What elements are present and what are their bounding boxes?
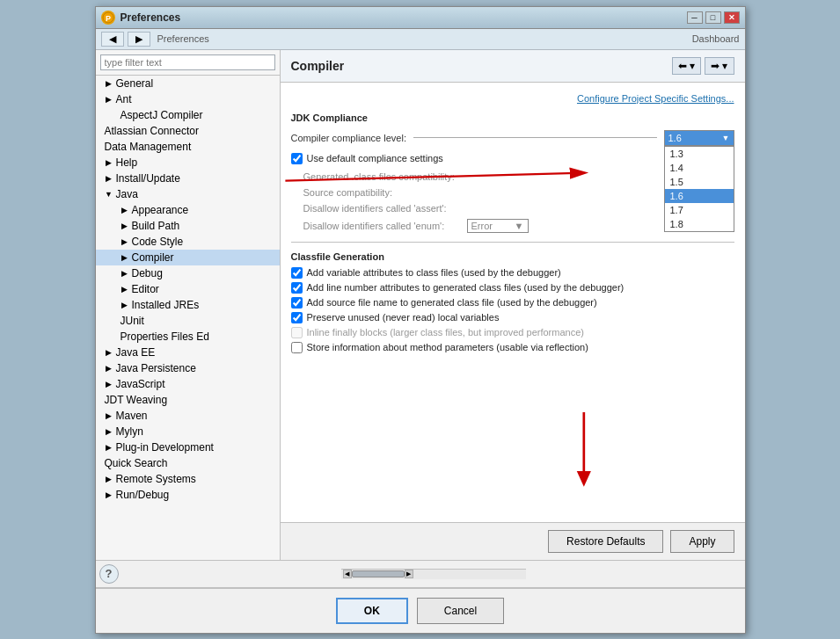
panel-body: Configure Project Specific Settings... J… (281, 83, 745, 522)
back-button[interactable]: ◀ (101, 32, 124, 47)
sidebar-item-mylyn[interactable]: ▶ Mylyn (96, 424, 280, 439)
sidebar-item-general[interactable]: ▶ General (96, 76, 280, 91)
cb-row-6: Store information about method parameter… (291, 342, 734, 353)
sidebar-item-maven[interactable]: ▶ Maven (96, 408, 280, 424)
sidebar-item-ant[interactable]: ▶ Ant (96, 91, 280, 107)
sidebar-item-aspectj[interactable]: AspectJ Compiler (96, 107, 280, 123)
scroll-thumb-h[interactable] (352, 570, 405, 577)
filter-input[interactable] (100, 54, 275, 70)
nav-back-button[interactable]: ⬅ ▾ (672, 57, 701, 75)
sidebar-item-plugin-development[interactable]: ▶ Plug-in Development (96, 439, 280, 455)
compliance-row: Compiler compliance level: 1.6 ▼ 1.3 1.4 (291, 130, 734, 146)
sidebar-item-label-aspectj: AspectJ Compiler (121, 109, 203, 121)
apply-button[interactable]: Apply (670, 530, 734, 553)
sidebar-item-label-jres: Installed JREs (132, 299, 200, 311)
sidebar-item-quick-search[interactable]: Quick Search (96, 455, 280, 471)
window-title: Preferences (121, 11, 181, 24)
sidebar-item-atlassian[interactable]: Atlassian Connector (96, 123, 280, 139)
expand-arrow-maven: ▶ (105, 411, 113, 420)
sidebar-item-label-plugin: Plug-in Development (116, 441, 214, 454)
checkbox-preserve-unused[interactable] (291, 312, 303, 323)
checkbox-method-params[interactable] (291, 342, 303, 353)
sidebar-item-javascript[interactable]: ▶ JavaScript (96, 376, 280, 392)
sidebar-item-debug[interactable]: ▶ Debug (96, 265, 280, 281)
expand-arrow-javascript: ▶ (105, 380, 113, 388)
cb-label-5: Inline finally blocks (larger class file… (307, 327, 584, 338)
sidebar-item-label-debug: Debug (132, 267, 163, 280)
window-icon: P (101, 11, 115, 25)
option-1-4[interactable]: 1.4 (665, 161, 734, 175)
sidebar-item-label-mylyn: Mylyn (116, 425, 143, 438)
error-dropdown[interactable]: Error ▼ (467, 219, 529, 233)
checkbox-variable-attrs[interactable] (291, 267, 303, 279)
sidebar-item-editor[interactable]: ▶ Editor (96, 281, 280, 297)
bottom-area: ? ◀ ▶ (96, 560, 745, 587)
expand-arrow-run-debug: ▶ (105, 490, 113, 499)
toolbar: ◀ ▶ Preferences Dashboard (96, 29, 745, 50)
sidebar-item-java-ee[interactable]: ▶ Java EE (96, 345, 280, 360)
dropdown-list: 1.3 1.4 1.5 1.6 1.7 1.8 (664, 146, 734, 232)
sidebar-item-compiler[interactable]: ▶ Compiler (96, 250, 280, 265)
cb-label-1: Add variable attributes to class files (… (307, 267, 561, 278)
expand-arrow-help: ▶ (105, 158, 113, 167)
sidebar-item-data-management[interactable]: Data Management (96, 139, 280, 155)
cancel-button[interactable]: Cancel (417, 598, 504, 624)
sidebar-item-properties[interactable]: Properties Files Ed (96, 329, 280, 345)
forward-button[interactable]: ▶ (128, 32, 150, 47)
panel-header: Compiler ⬅ ▾ ➡ ▾ (281, 50, 745, 83)
config-link[interactable]: Configure Project Specific Settings... (291, 93, 734, 104)
option-1-6[interactable]: 1.6 (665, 189, 734, 203)
restore-defaults-button[interactable]: Restore Defaults (548, 530, 663, 553)
sidebar-item-label-java: Java (116, 188, 138, 200)
use-default-checkbox[interactable] (291, 153, 303, 164)
cb-label-6: Store information about method parameter… (307, 342, 588, 352)
sidebar-item-label-quick-search: Quick Search (105, 457, 168, 469)
expand-arrow-java-ee: ▶ (105, 348, 113, 357)
sidebar-item-java-persistence[interactable]: ▶ Java Persistence (96, 360, 280, 376)
version-dropdown[interactable]: 1.6 ▼ 1.3 1.4 1.5 1.6 1.7 1.8 (664, 130, 734, 146)
panel-nav: ⬅ ▾ ➡ ▾ (672, 57, 734, 75)
sidebar-item-jdt-weaving[interactable]: JDT Weaving (96, 392, 280, 408)
minimize-button[interactable]: ─ (687, 11, 703, 24)
sidebar-item-java[interactable]: ▼ Java (96, 186, 280, 202)
close-button[interactable]: ✕ (724, 11, 740, 24)
checkbox-line-number[interactable] (291, 282, 303, 294)
sidebar-item-junit[interactable]: JUnit (96, 313, 280, 329)
option-1-3[interactable]: 1.3 (665, 147, 734, 161)
expand-arrow-java-persistence: ▶ (105, 364, 113, 373)
sidebar-item-help[interactable]: ▶ Help (96, 155, 280, 171)
title-bar-left: P Preferences (101, 11, 181, 25)
sidebar-item-install-update[interactable]: ▶ Install/Update (96, 171, 280, 186)
toolbar-preferences-label: Preferences (157, 33, 209, 44)
expand-arrow-appearance: ▶ (121, 206, 129, 214)
scroll-right-btn[interactable]: ▶ (405, 570, 413, 578)
sidebar-item-code-style[interactable]: ▶ Code Style (96, 234, 280, 250)
error-value: Error (471, 221, 493, 231)
maximize-button[interactable]: □ (705, 11, 721, 24)
title-bar: P Preferences ─ □ ✕ (96, 7, 745, 29)
sidebar-item-run-debug[interactable]: ▶ Run/Debug (96, 487, 280, 503)
checkbox-source-filename[interactable] (291, 297, 303, 309)
expand-arrow-compiler: ▶ (121, 253, 129, 262)
cb-label-3: Add source file name to generated class … (307, 297, 597, 308)
jdk-section-title: JDK Compliance (291, 113, 734, 123)
dropdown-selected[interactable]: 1.6 ▼ (665, 131, 734, 145)
sidebar-item-label-atlassian: Atlassian Connector (105, 125, 199, 137)
sidebar-scrollbar-h[interactable]: ◀ ▶ (341, 569, 526, 579)
sidebar-item-build-path[interactable]: ▶ Build Path (96, 218, 280, 234)
sidebar-item-remote-systems[interactable]: ▶ Remote Systems (96, 471, 280, 487)
filter-box (96, 50, 280, 76)
expand-arrow-remote: ▶ (105, 475, 113, 483)
nav-forward-button[interactable]: ➡ ▾ (705, 57, 734, 75)
option-1-5[interactable]: 1.5 (665, 175, 734, 189)
option-1-8[interactable]: 1.8 (665, 217, 734, 231)
panel-footer: Restore Defaults Apply (281, 522, 745, 560)
scroll-left-btn[interactable]: ◀ (343, 570, 352, 578)
ok-button[interactable]: OK (336, 598, 408, 624)
sidebar-item-installed-jres[interactable]: ▶ Installed JREs (96, 297, 280, 313)
help-button[interactable]: ? (99, 564, 119, 584)
sidebar-item-label-install: Install/Update (116, 172, 180, 185)
option-1-7[interactable]: 1.7 (665, 203, 734, 217)
sidebar-item-label-javascript: JavaScript (116, 378, 165, 390)
sidebar-item-appearance[interactable]: ▶ Appearance (96, 202, 280, 218)
